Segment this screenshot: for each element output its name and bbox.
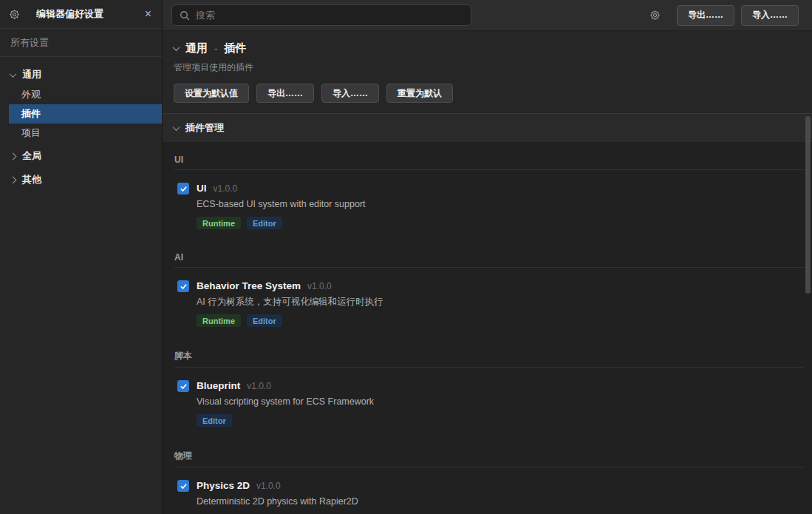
plugin-category-ui: UI UI v1.0.0 ECS-based UI system with ed… bbox=[174, 143, 804, 240]
tag-editor: Editor bbox=[247, 314, 282, 327]
sidebar-group-general[interactable]: 通用 bbox=[0, 64, 162, 85]
plugin-entry: Blueprint v1.0.0 Visual scripting system… bbox=[174, 368, 804, 438]
export-button[interactable]: 导出…… bbox=[677, 5, 734, 26]
breadcrumb-current: 插件 bbox=[224, 41, 246, 55]
settings-icon[interactable] bbox=[649, 10, 661, 21]
plugin-description: AI 行为树系统，支持可视化编辑和运行时执行 bbox=[197, 297, 383, 308]
plugin-description: ECS-based UI system with editor support bbox=[197, 199, 366, 210]
settings-gear-icon bbox=[9, 9, 20, 20]
main-panel: 搜索 导出…… 导入…… 通用 - 插件 管理项目使用的插件 设置为默认值 导出… bbox=[163, 0, 812, 514]
action-buttons: 设置为默认值 导出…… 导入…… 重置为默认 bbox=[174, 84, 801, 103]
category-label: 脚本 bbox=[174, 350, 804, 368]
chevron-down-icon[interactable] bbox=[173, 44, 180, 51]
plugin-description: Deterministic 2D physics with Rapier2D bbox=[197, 496, 358, 507]
window-title: 编辑器偏好设置 bbox=[36, 7, 137, 21]
tag-runtime: Runtime bbox=[197, 314, 241, 327]
chevron-right-icon bbox=[10, 176, 17, 183]
plugin-version: v1.0.0 bbox=[256, 480, 281, 492]
plugin-entry: UI v1.0.0 ECS-based UI system with edito… bbox=[174, 170, 804, 240]
plugin-checkbox[interactable] bbox=[177, 480, 189, 492]
scroll-area: 插件管理 UI UI v1.0.0 ECS-based UI system wi… bbox=[163, 114, 812, 514]
plugin-entry: Behavior Tree System v1.0.0 AI 行为树系统，支持可… bbox=[174, 268, 804, 338]
plugin-version: v1.0.0 bbox=[214, 183, 238, 195]
reset-default-button[interactable]: 重置为默认 bbox=[386, 84, 453, 103]
plugin-version: v1.0.0 bbox=[247, 380, 271, 392]
category-label: AI bbox=[174, 252, 804, 268]
plugin-name: Behavior Tree System bbox=[197, 280, 301, 292]
content-header: 通用 - 插件 管理项目使用的插件 设置为默认值 导出…… 导入…… 重置为默认 bbox=[163, 31, 812, 114]
set-default-button[interactable]: 设置为默认值 bbox=[174, 84, 249, 103]
search-input[interactable]: 搜索 bbox=[171, 4, 471, 26]
preferences-sidebar: 编辑器偏好设置 × 所有设置 通用 外观 插件 项目 全局 其他 bbox=[0, 0, 163, 514]
tag-runtime: Runtime bbox=[197, 217, 241, 229]
chevron-right-icon bbox=[10, 152, 17, 160]
section-plugin-management[interactable]: 插件管理 bbox=[163, 114, 812, 143]
sidebar-group-label: 其他 bbox=[22, 173, 41, 186]
category-label: UI bbox=[174, 155, 804, 170]
page-subtitle: 管理项目使用的插件 bbox=[174, 61, 801, 74]
plugin-name: Blueprint bbox=[197, 380, 240, 392]
plugin-category-script: 脚本 Blueprint v1.0.0 Visual scripting sys… bbox=[174, 338, 804, 438]
chevron-down-icon bbox=[173, 124, 180, 131]
sidebar-item-project[interactable]: 项目 bbox=[9, 124, 162, 143]
plugin-entry: Physics 2D v1.0.0 Deterministic 2D physi… bbox=[174, 467, 804, 514]
search-placeholder: 搜索 bbox=[196, 9, 215, 22]
plugin-version: v1.0.0 bbox=[307, 280, 332, 292]
sidebar-item-appearance[interactable]: 外观 bbox=[9, 85, 162, 104]
plugin-checkbox[interactable] bbox=[177, 280, 189, 292]
tag-editor: Editor bbox=[197, 414, 232, 427]
topbar: 搜索 导出…… 导入…… bbox=[163, 0, 812, 31]
import-settings-button[interactable]: 导入…… bbox=[321, 84, 379, 103]
sidebar-group-label: 全局 bbox=[22, 149, 41, 163]
sidebar-group-global[interactable]: 全局 bbox=[0, 146, 162, 166]
sidebar-item-all-settings[interactable]: 所有设置 bbox=[0, 29, 162, 57]
import-button[interactable]: 导入…… bbox=[741, 5, 799, 26]
sidebar-group-other[interactable]: 其他 bbox=[0, 169, 162, 190]
breadcrumb-parent: 通用 bbox=[185, 41, 208, 55]
search-icon bbox=[180, 10, 190, 21]
close-icon[interactable]: × bbox=[143, 8, 153, 20]
chevron-down-icon bbox=[10, 70, 17, 78]
plugin-name: UI bbox=[197, 183, 207, 195]
plugin-checkbox[interactable] bbox=[177, 183, 189, 195]
plugin-description: Visual scripting system for ECS Framewor… bbox=[197, 396, 374, 408]
export-settings-button[interactable]: 导出…… bbox=[256, 84, 314, 103]
sidebar-item-plugins[interactable]: 插件 bbox=[9, 104, 162, 124]
scrollbar-thumb[interactable] bbox=[805, 116, 811, 294]
breadcrumb-separator: - bbox=[214, 43, 217, 54]
plugin-checkbox[interactable] bbox=[177, 380, 189, 392]
sidebar-nav: 通用 外观 插件 项目 全局 其他 bbox=[0, 57, 162, 190]
plugin-category-ai: AI Behavior Tree System v1.0.0 AI 行为树系统，… bbox=[174, 240, 804, 338]
plugin-name: Physics 2D bbox=[197, 480, 250, 492]
plugin-category-physics: 物理 Physics 2D v1.0.0 Deterministic 2D ph… bbox=[174, 438, 804, 514]
breadcrumb: 通用 - 插件 bbox=[174, 41, 801, 55]
sidebar-header: 编辑器偏好设置 × bbox=[0, 0, 162, 29]
category-label: 物理 bbox=[174, 450, 804, 467]
plugin-list: UI UI v1.0.0 ECS-based UI system with ed… bbox=[163, 143, 812, 514]
tag-editor: Editor bbox=[247, 217, 282, 229]
sidebar-group-label: 通用 bbox=[22, 68, 41, 81]
section-title: 插件管理 bbox=[185, 121, 224, 135]
